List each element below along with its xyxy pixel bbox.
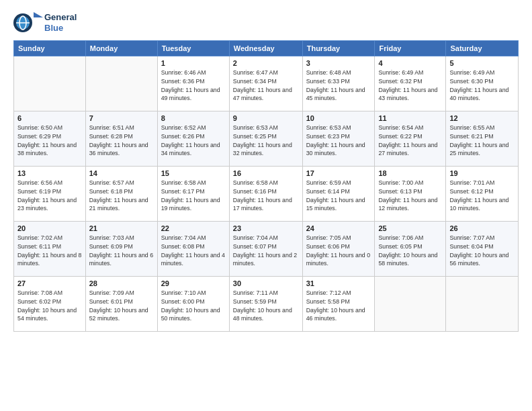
day-info: Sunrise: 6:50 AM Sunset: 6:29 PM Dayligh… [17, 124, 82, 158]
day-info: Sunrise: 7:10 AM Sunset: 6:00 PM Dayligh… [161, 289, 226, 323]
day-info: Sunrise: 7:04 AM Sunset: 6:07 PM Dayligh… [233, 234, 299, 268]
day-info: Sunrise: 7:04 AM Sunset: 6:08 PM Dayligh… [161, 234, 226, 268]
week-row-0: 1Sunrise: 6:46 AM Sunset: 6:36 PM Daylig… [14, 56, 519, 111]
day-info: Sunrise: 6:49 AM Sunset: 6:30 PM Dayligh… [449, 68, 515, 103]
day-number: 17 [306, 169, 371, 177]
day-info: Sunrise: 6:52 AM Sunset: 6:26 PM Dayligh… [161, 124, 226, 158]
day-cell: 1Sunrise: 6:46 AM Sunset: 6:36 PM Daylig… [157, 56, 229, 111]
day-info: Sunrise: 7:11 AM Sunset: 5:59 PM Dayligh… [233, 289, 299, 323]
day-cell: 28Sunrise: 7:09 AM Sunset: 6:01 PM Dayli… [85, 277, 157, 332]
day-cell: 4Sunrise: 6:49 AM Sunset: 6:32 PM Daylig… [375, 56, 446, 111]
week-row-2: 13Sunrise: 6:56 AM Sunset: 6:19 PM Dayli… [14, 167, 519, 222]
logo: GeneralBlue [13, 11, 77, 35]
logo-text-div: GeneralBlue [44, 12, 77, 33]
svg-marker-4 [34, 12, 43, 17]
weekday-header-friday: Friday [375, 41, 446, 56]
day-info: Sunrise: 7:08 AM Sunset: 6:02 PM Dayligh… [17, 289, 82, 323]
day-number: 31 [306, 279, 371, 287]
day-cell: 21Sunrise: 7:03 AM Sunset: 6:09 PM Dayli… [85, 222, 157, 277]
day-cell: 22Sunrise: 7:04 AM Sunset: 6:08 PM Dayli… [157, 222, 229, 277]
day-cell: 5Sunrise: 6:49 AM Sunset: 6:30 PM Daylig… [446, 56, 519, 111]
day-cell: 16Sunrise: 6:58 AM Sunset: 6:16 PM Dayli… [229, 167, 302, 222]
weekday-header-tuesday: Tuesday [157, 41, 229, 56]
day-number: 15 [161, 169, 226, 177]
day-info: Sunrise: 7:12 AM Sunset: 5:58 PM Dayligh… [306, 289, 371, 323]
day-cell: 15Sunrise: 6:58 AM Sunset: 6:17 PM Dayli… [157, 167, 229, 222]
day-number: 7 [89, 114, 154, 122]
weekday-header-monday: Monday [85, 41, 157, 56]
day-cell: 25Sunrise: 7:06 AM Sunset: 6:05 PM Dayli… [375, 222, 446, 277]
day-number: 21 [89, 224, 154, 232]
day-number: 19 [449, 169, 515, 177]
day-number: 2 [233, 59, 299, 67]
day-info: Sunrise: 7:03 AM Sunset: 6:09 PM Dayligh… [89, 234, 154, 268]
week-row-1: 6Sunrise: 6:50 AM Sunset: 6:29 PM Daylig… [14, 111, 519, 167]
day-number: 27 [17, 279, 82, 287]
weekday-header-row: SundayMondayTuesdayWednesdayThursdayFrid… [14, 41, 519, 56]
day-info: Sunrise: 6:53 AM Sunset: 6:25 PM Dayligh… [233, 124, 299, 158]
day-number: 18 [378, 169, 442, 177]
day-number: 12 [449, 114, 515, 122]
day-cell: 11Sunrise: 6:54 AM Sunset: 6:22 PM Dayli… [375, 111, 446, 167]
day-cell: 13Sunrise: 6:56 AM Sunset: 6:19 PM Dayli… [14, 167, 86, 222]
day-info: Sunrise: 6:59 AM Sunset: 6:14 PM Dayligh… [306, 179, 371, 213]
day-info: Sunrise: 6:56 AM Sunset: 6:19 PM Dayligh… [17, 179, 82, 213]
day-cell [446, 277, 519, 332]
weekday-header-sunday: Sunday [14, 41, 86, 56]
day-cell: 3Sunrise: 6:48 AM Sunset: 6:33 PM Daylig… [302, 56, 375, 111]
calendar: SundayMondayTuesdayWednesdayThursdayFrid… [13, 40, 519, 332]
day-cell: 7Sunrise: 6:51 AM Sunset: 6:28 PM Daylig… [85, 111, 157, 167]
week-row-4: 27Sunrise: 7:08 AM Sunset: 6:02 PM Dayli… [14, 277, 519, 332]
day-cell: 29Sunrise: 7:10 AM Sunset: 6:00 PM Dayli… [157, 277, 229, 332]
day-number: 4 [378, 59, 442, 67]
day-cell: 20Sunrise: 7:02 AM Sunset: 6:11 PM Dayli… [14, 222, 86, 277]
day-number: 24 [306, 224, 371, 232]
day-cell: 17Sunrise: 6:59 AM Sunset: 6:14 PM Dayli… [302, 167, 375, 222]
header: GeneralBlue [13, 11, 519, 35]
day-info: Sunrise: 6:48 AM Sunset: 6:33 PM Dayligh… [306, 68, 371, 103]
day-cell: 27Sunrise: 7:08 AM Sunset: 6:02 PM Dayli… [14, 277, 86, 332]
day-cell: 30Sunrise: 7:11 AM Sunset: 5:59 PM Dayli… [229, 277, 302, 332]
logo-svg [13, 11, 43, 35]
day-cell: 2Sunrise: 6:47 AM Sunset: 6:34 PM Daylig… [229, 56, 302, 111]
day-info: Sunrise: 6:55 AM Sunset: 6:21 PM Dayligh… [449, 124, 515, 158]
day-number: 22 [161, 224, 226, 232]
day-cell [85, 56, 157, 111]
day-cell: 18Sunrise: 7:00 AM Sunset: 6:13 PM Dayli… [375, 167, 446, 222]
day-cell: 9Sunrise: 6:53 AM Sunset: 6:25 PM Daylig… [229, 111, 302, 167]
day-number: 6 [17, 114, 82, 122]
day-number: 26 [449, 224, 515, 232]
day-number: 20 [17, 224, 82, 232]
day-number: 29 [161, 279, 226, 287]
day-cell: 14Sunrise: 6:57 AM Sunset: 6:18 PM Dayli… [85, 167, 157, 222]
day-cell: 31Sunrise: 7:12 AM Sunset: 5:58 PM Dayli… [302, 277, 375, 332]
day-info: Sunrise: 6:58 AM Sunset: 6:16 PM Dayligh… [233, 179, 299, 213]
day-info: Sunrise: 6:54 AM Sunset: 6:22 PM Dayligh… [378, 124, 442, 158]
weekday-header-thursday: Thursday [302, 41, 375, 56]
day-info: Sunrise: 6:47 AM Sunset: 6:34 PM Dayligh… [233, 68, 299, 103]
day-number: 10 [306, 114, 371, 122]
day-info: Sunrise: 6:53 AM Sunset: 6:23 PM Dayligh… [306, 124, 371, 158]
day-info: Sunrise: 7:05 AM Sunset: 6:06 PM Dayligh… [306, 234, 371, 268]
day-cell: 8Sunrise: 6:52 AM Sunset: 6:26 PM Daylig… [157, 111, 229, 167]
day-info: Sunrise: 6:51 AM Sunset: 6:28 PM Dayligh… [89, 124, 154, 158]
day-cell: 24Sunrise: 7:05 AM Sunset: 6:06 PM Dayli… [302, 222, 375, 277]
page: GeneralBlue SundayMondayTuesdayWednesday… [0, 0, 532, 411]
day-cell: 19Sunrise: 7:01 AM Sunset: 6:12 PM Dayli… [446, 167, 519, 222]
day-cell: 10Sunrise: 6:53 AM Sunset: 6:23 PM Dayli… [302, 111, 375, 167]
day-info: Sunrise: 6:46 AM Sunset: 6:36 PM Dayligh… [161, 68, 226, 103]
day-info: Sunrise: 7:00 AM Sunset: 6:13 PM Dayligh… [378, 179, 442, 213]
day-info: Sunrise: 7:01 AM Sunset: 6:12 PM Dayligh… [449, 179, 515, 213]
day-number: 13 [17, 169, 82, 177]
weekday-header-saturday: Saturday [446, 41, 519, 56]
day-info: Sunrise: 6:49 AM Sunset: 6:32 PM Dayligh… [378, 68, 442, 103]
day-cell [14, 56, 86, 111]
day-info: Sunrise: 7:06 AM Sunset: 6:05 PM Dayligh… [378, 234, 442, 268]
day-cell: 23Sunrise: 7:04 AM Sunset: 6:07 PM Dayli… [229, 222, 302, 277]
day-number: 1 [161, 59, 226, 67]
day-number: 9 [233, 114, 299, 122]
day-info: Sunrise: 7:07 AM Sunset: 6:04 PM Dayligh… [449, 234, 515, 268]
weekday-header-wednesday: Wednesday [229, 41, 302, 56]
day-cell [375, 277, 446, 332]
day-number: 16 [233, 169, 299, 177]
